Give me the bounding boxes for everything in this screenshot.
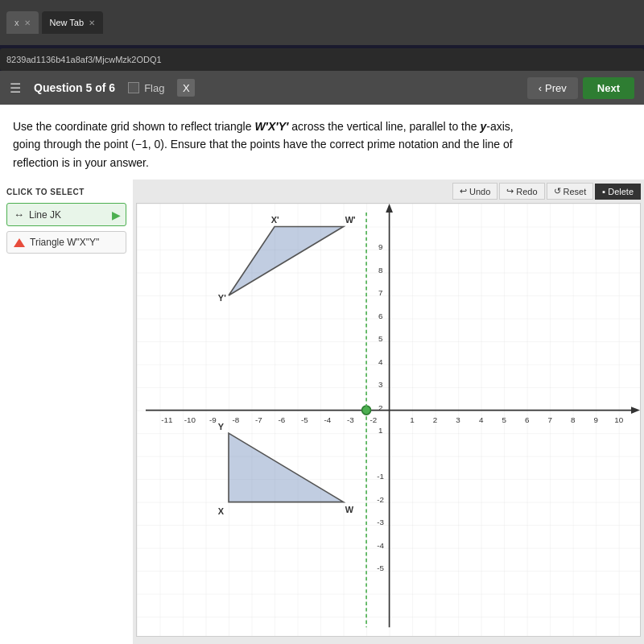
undo-icon: ↩ xyxy=(460,186,467,196)
tab-x[interactable]: x ✕ xyxy=(6,11,39,34)
tab-new-close[interactable]: ✕ xyxy=(89,19,95,27)
flag-square-icon xyxy=(128,82,139,93)
reset-button[interactable]: ↺ Reset xyxy=(547,183,594,200)
sidebar: CLICK TO SELECT ↔ Line JK ▶ Triangle W"X… xyxy=(0,180,133,644)
svg-text:-2: -2 xyxy=(377,495,384,504)
svg-text:-1: -1 xyxy=(377,472,384,481)
svg-text:8: 8 xyxy=(378,266,383,275)
tab-x-close[interactable]: ✕ xyxy=(24,19,31,27)
url-text: 8239ad1136b41a8af3/MjcwMzk2ODQ1 xyxy=(6,55,162,64)
svg-text:9: 9 xyxy=(378,242,383,251)
delete-icon: ▪ xyxy=(602,187,605,196)
svg-text:3: 3 xyxy=(378,380,383,389)
svg-text:X: X xyxy=(218,506,225,516)
svg-text:-5: -5 xyxy=(377,564,384,572)
flag-button[interactable]: Flag xyxy=(128,82,164,94)
svg-text:4: 4 xyxy=(378,357,383,366)
delete-button[interactable]: ▪ Delete xyxy=(595,184,641,200)
svg-text:-2: -2 xyxy=(369,415,377,424)
svg-text:1: 1 xyxy=(378,426,382,435)
sidebar-item-line-jk[interactable]: ↔ Line JK ▶ xyxy=(6,203,126,226)
flag-label: Flag xyxy=(144,82,164,94)
arrow-right-icon: ▶ xyxy=(112,208,121,221)
svg-text:5: 5 xyxy=(378,334,383,343)
svg-text:4: 4 xyxy=(479,415,484,424)
redo-label: Redo xyxy=(516,187,537,196)
svg-text:-10: -10 xyxy=(184,415,196,424)
prev-chevron-icon: ‹ xyxy=(539,82,542,94)
svg-text:-11: -11 xyxy=(161,415,172,424)
svg-text:6: 6 xyxy=(525,415,530,424)
svg-text:W: W xyxy=(345,505,354,514)
prev-button[interactable]: ‹ Prev xyxy=(527,77,578,99)
question-text: Use the coordinate grid shown to reflect… xyxy=(0,105,644,180)
undo-button[interactable]: ↩ Undo xyxy=(452,183,497,200)
question-header: ☰ Question 5 of 6 Flag X ‹ Prev Next xyxy=(0,71,644,105)
hamburger-icon[interactable]: ☰ xyxy=(10,80,21,96)
svg-text:W': W' xyxy=(345,215,356,225)
svg-text:7: 7 xyxy=(547,415,551,424)
tab-x-label: x xyxy=(14,18,19,27)
svg-text:-4: -4 xyxy=(324,415,331,424)
svg-text:6: 6 xyxy=(378,312,383,320)
click-to-select-label: CLICK TO SELECT xyxy=(6,188,126,196)
sidebar-item-line-label: Line JK xyxy=(29,209,61,221)
svg-text:2: 2 xyxy=(433,415,437,424)
svg-text:-3: -3 xyxy=(377,518,384,526)
svg-text:X': X' xyxy=(271,215,279,225)
undo-label: Undo xyxy=(469,187,490,196)
svg-text:-4: -4 xyxy=(377,541,384,550)
svg-text:-6: -6 xyxy=(278,415,285,424)
tab-bar: x ✕ New Tab ✕ xyxy=(6,11,103,34)
redo-icon: ↪ xyxy=(506,186,514,196)
content-area: CLICK TO SELECT ↔ Line JK ▶ Triangle W"X… xyxy=(0,180,644,644)
triangle-icon xyxy=(14,238,25,247)
svg-text:2: 2 xyxy=(378,403,382,412)
reset-label: Reset xyxy=(564,187,587,196)
graph-toolbar: ↩ Undo ↪ Redo ↺ Reset ▪ Delete xyxy=(136,183,641,200)
svg-text:-5: -5 xyxy=(301,415,308,424)
close-icon: X xyxy=(183,82,190,94)
svg-text:1: 1 xyxy=(410,415,414,424)
tab-new-label: New Tab xyxy=(50,18,85,27)
sidebar-item-triangle[interactable]: Triangle W"X"Y" xyxy=(6,231,126,254)
next-button[interactable]: Next xyxy=(583,77,634,99)
tab-new[interactable]: New Tab ✕ xyxy=(42,11,104,34)
svg-text:10: 10 xyxy=(614,415,623,424)
svg-text:9: 9 xyxy=(593,415,598,424)
close-button[interactable]: X xyxy=(177,79,195,97)
nav-buttons: ‹ Prev Next xyxy=(527,77,634,99)
reset-icon: ↺ xyxy=(554,186,561,196)
question-number: Question 5 of 6 xyxy=(34,81,115,94)
svg-text:3: 3 xyxy=(456,415,460,424)
svg-text:7: 7 xyxy=(378,288,382,297)
svg-text:-8: -8 xyxy=(232,415,239,424)
redo-button[interactable]: ↪ Redo xyxy=(499,183,544,200)
main-content: ☰ Question 5 of 6 Flag X ‹ Prev Next Use… xyxy=(0,71,644,644)
svg-text:-3: -3 xyxy=(347,415,354,424)
delete-label: Delete xyxy=(608,187,634,196)
svg-text:-9: -9 xyxy=(209,415,217,424)
svg-text:Y': Y' xyxy=(218,293,226,303)
browser-chrome: x ✕ New Tab ✕ xyxy=(0,0,644,45)
line-icon: ↔ xyxy=(14,208,24,221)
svg-text:-7: -7 xyxy=(255,415,262,424)
prev-label: Prev xyxy=(545,82,567,94)
coordinate-grid[interactable]: -11 -10 -9 -8 -7 -6 -5 -4 -3 -2 1 2 3 4 … xyxy=(136,203,641,637)
graph-container: ↩ Undo ↪ Redo ↺ Reset ▪ Delete xyxy=(133,180,644,644)
sidebar-item-triangle-label: Triangle W"X"Y" xyxy=(30,237,99,248)
svg-text:8: 8 xyxy=(571,415,576,424)
next-label: Next xyxy=(597,82,620,94)
svg-text:Y: Y xyxy=(218,422,225,431)
address-bar[interactable]: 8239ad1136b41a8af3/MjcwMzk2ODQ1 xyxy=(0,48,644,71)
svg-text:5: 5 xyxy=(502,415,506,424)
